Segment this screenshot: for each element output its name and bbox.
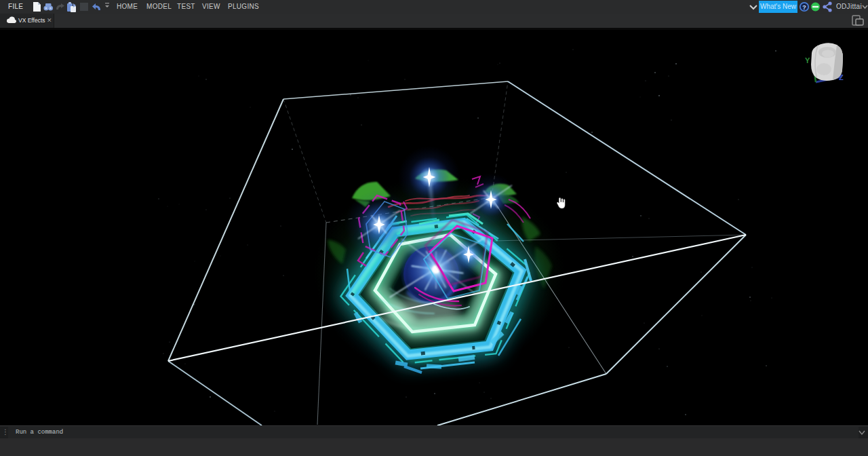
svg-text:?: ?: [802, 4, 806, 11]
svg-text:Y: Y: [805, 56, 810, 64]
